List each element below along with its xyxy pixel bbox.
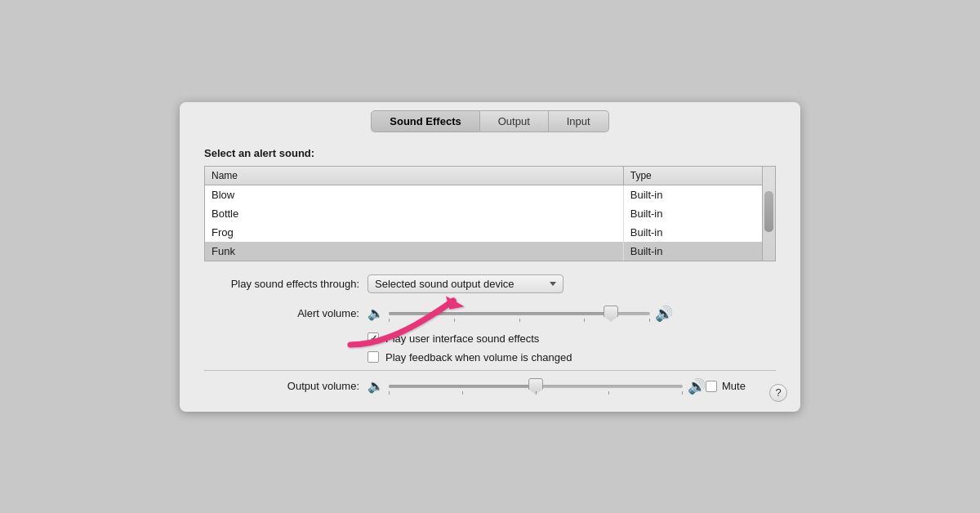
row-name: Frog: [205, 223, 623, 242]
row-type: Built-in: [623, 185, 763, 204]
tick: [519, 319, 520, 322]
row-name: Funk: [205, 242, 623, 261]
tick: [608, 391, 609, 395]
tick: [536, 391, 537, 395]
play-through-dropdown[interactable]: Selected sound output device: [368, 274, 564, 293]
feedback-checkbox[interactable]: [368, 351, 379, 363]
output-volume-high-icon: 🔊: [688, 377, 706, 395]
scrollbar-thumb[interactable]: [764, 191, 773, 232]
dropdown-arrow-icon: [550, 282, 556, 286]
feedback-label: Play feedback when volume is changed: [385, 351, 572, 364]
alert-volume-fill: [389, 312, 611, 315]
output-volume-row: Output volume: 🔈 🔊 Mute: [180, 377, 800, 395]
ui-sounds-row: Play user interface sound effects: [368, 332, 776, 345]
dropdown-value: Selected sound output device: [375, 278, 543, 290]
row-type: Built-in: [623, 204, 763, 223]
table-row[interactable]: Blow Built-in: [205, 185, 763, 204]
output-volume-low-icon: 🔈: [368, 378, 384, 394]
row-name: Bottle: [205, 204, 623, 223]
tick: [649, 319, 650, 322]
output-volume-fill: [389, 385, 536, 388]
tick: [454, 319, 455, 322]
tick: [389, 319, 390, 322]
tab-sound-effects[interactable]: Sound Effects: [371, 110, 479, 132]
play-through-label: Play sound effects through:: [204, 278, 359, 290]
main-content: Select an alert sound: Name Type Blow Bu…: [180, 132, 800, 364]
output-volume-track[interactable]: [389, 385, 683, 388]
row-name: Blow: [205, 185, 623, 204]
tab-output[interactable]: Output: [480, 110, 549, 132]
ui-sounds-checkbox[interactable]: [368, 332, 379, 344]
alert-volume-row: Alert volume: 🔈 🔊: [204, 305, 776, 323]
alert-sound-table-wrapper: Name Type Blow Built-in Bottle Built-in …: [204, 166, 776, 261]
alert-volume-label: Alert volume:: [204, 307, 359, 319]
col-header-type: Type: [623, 167, 763, 185]
mute-label: Mute: [722, 380, 746, 392]
tick: [462, 391, 463, 395]
row-type: Built-in: [623, 223, 763, 242]
table-row-selected[interactable]: Funk Built-in: [205, 242, 763, 261]
checkbox-section: Play user interface sound effects Play f…: [368, 332, 776, 364]
mute-checkbox[interactable]: [706, 381, 717, 392]
play-through-row: Play sound effects through: Selected sou…: [204, 274, 776, 293]
output-volume-label: Output volume:: [204, 380, 359, 392]
alert-sound-table: Name Type Blow Built-in Bottle Built-in …: [205, 167, 763, 261]
volume-low-icon: 🔈: [368, 306, 384, 321]
table-row[interactable]: Frog Built-in: [205, 223, 763, 242]
col-header-name: Name: [205, 167, 623, 185]
table-row[interactable]: Bottle Built-in: [205, 204, 763, 223]
tick: [584, 319, 585, 322]
tick: [389, 391, 390, 395]
row-type: Built-in: [623, 242, 763, 261]
sound-panel: Sound Effects Output Input Select an ale…: [180, 102, 800, 412]
help-button[interactable]: ?: [769, 384, 787, 402]
divider: [204, 370, 776, 371]
feedback-row: Play feedback when volume is changed: [368, 351, 776, 364]
alert-sound-label: Select an alert sound:: [204, 147, 776, 159]
alert-volume-track[interactable]: [389, 312, 650, 315]
output-slider-ticks: [389, 391, 683, 395]
ui-sounds-label: Play user interface sound effects: [385, 332, 539, 345]
tab-bar: Sound Effects Output Input: [180, 102, 800, 132]
tab-input[interactable]: Input: [549, 110, 609, 132]
slider-ticks: [389, 319, 650, 322]
tick: [682, 391, 683, 395]
volume-high-icon: 🔊: [655, 305, 673, 323]
